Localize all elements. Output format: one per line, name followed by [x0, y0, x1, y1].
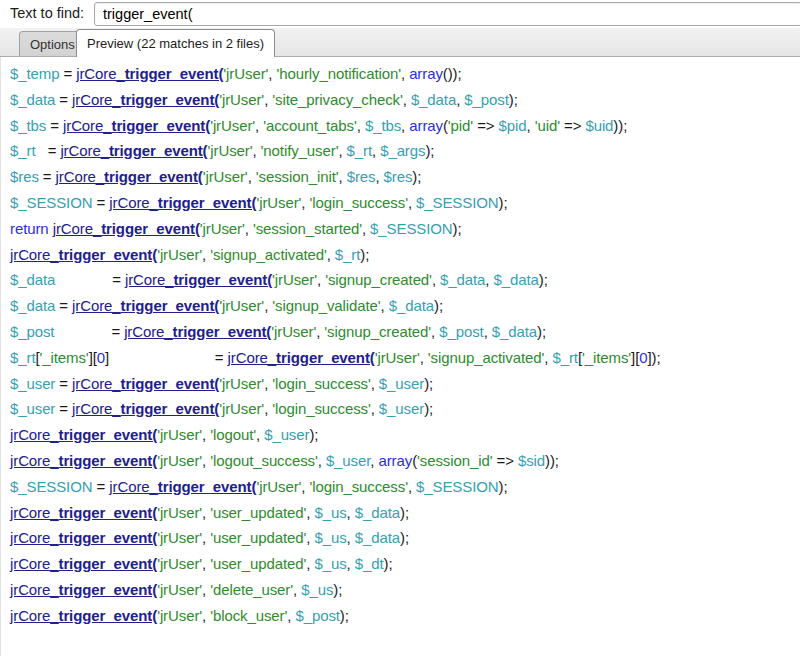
code-token: );: [539, 271, 548, 288]
match-link[interactable]: jrCore_: [76, 65, 124, 82]
match-link[interactable]: jrCore_: [56, 168, 104, 185]
match-link[interactable]: jrCore_: [72, 297, 120, 314]
code-token: ));: [545, 452, 559, 469]
match-link[interactable]: trigger_event(: [58, 426, 157, 443]
code-token: $uid: [585, 117, 613, 134]
code-token: 'jrUser': [256, 478, 301, 495]
match-link[interactable]: trigger_event(: [121, 91, 220, 108]
find-input[interactable]: [94, 2, 800, 26]
code-token: 'user_updated': [210, 504, 306, 521]
code-line[interactable]: $_rt['_items'][0] = jrCore_trigger_event…: [10, 345, 800, 371]
code-token: );: [453, 220, 462, 237]
code-line[interactable]: $_data = jrCore_trigger_event('jrUser', …: [10, 293, 800, 319]
match-link[interactable]: jrCore_: [72, 91, 120, 108]
code-line[interactable]: $_data = jrCore_trigger_event('jrUser', …: [10, 87, 800, 113]
code-line[interactable]: $_tbs = jrCore_trigger_event('jrUser', '…: [10, 113, 800, 139]
code-token: 'jrUser': [203, 168, 248, 185]
match-link[interactable]: trigger_event(: [121, 400, 220, 417]
match-link[interactable]: jrCore_: [63, 117, 111, 134]
code-token: 'jrUser': [219, 400, 264, 417]
match-link[interactable]: trigger_event(: [173, 271, 272, 288]
match-link[interactable]: jrCore_: [228, 349, 276, 366]
match-link[interactable]: jrCore_: [10, 426, 58, 443]
code-token: $_us: [314, 529, 346, 546]
code-line[interactable]: jrCore_trigger_event('jrUser', 'user_upd…: [10, 551, 800, 577]
tab-preview[interactable]: Preview (22 matches in 2 files): [76, 29, 275, 57]
code-line[interactable]: jrCore_trigger_event('jrUser', 'block_us…: [10, 603, 800, 629]
match-link[interactable]: trigger_event(: [58, 581, 157, 598]
match-link[interactable]: jrCore_: [10, 581, 58, 598]
code-token: ,: [401, 65, 409, 82]
code-line[interactable]: jrCore_trigger_event('jrUser', 'logout',…: [10, 422, 800, 448]
match-link[interactable]: jrCore_: [125, 271, 173, 288]
code-line[interactable]: $_user = jrCore_trigger_event('jrUser', …: [10, 371, 800, 397]
code-line[interactable]: jrCore_trigger_event('jrUser', 'delete_u…: [10, 577, 800, 603]
code-token: =: [35, 142, 60, 159]
match-link[interactable]: jrCore_: [10, 452, 58, 469]
code-line[interactable]: $res = jrCore_trigger_event('jrUser', 's…: [10, 164, 800, 190]
code-token: $_us: [301, 581, 333, 598]
code-token: 'jrUser': [157, 581, 202, 598]
match-link[interactable]: jrCore_: [10, 555, 58, 572]
match-link[interactable]: jrCore_: [10, 246, 58, 263]
match-link[interactable]: jrCore_: [124, 323, 172, 340]
code-token: 'session_started': [253, 220, 362, 237]
match-link[interactable]: trigger_event(: [111, 117, 210, 134]
match-link[interactable]: trigger_event(: [58, 607, 157, 624]
match-link[interactable]: trigger_event(: [158, 478, 257, 495]
match-link[interactable]: trigger_event(: [58, 452, 157, 469]
match-link[interactable]: trigger_event(: [58, 504, 157, 521]
match-link[interactable]: jrCore_: [109, 478, 157, 495]
code-line[interactable]: $_temp = jrCore_trigger_event('jrUser', …: [10, 61, 800, 87]
code-token: array: [409, 117, 443, 134]
match-link[interactable]: trigger_event(: [101, 220, 200, 237]
match-link[interactable]: jrCore_: [72, 375, 120, 392]
code-line[interactable]: return jrCore_trigger_event('jrUser', 's…: [10, 216, 800, 242]
match-link[interactable]: trigger_event(: [109, 142, 208, 159]
code-token: 'signup_activated': [428, 349, 545, 366]
match-link[interactable]: trigger_event(: [125, 65, 224, 82]
match-link[interactable]: trigger_event(: [121, 375, 220, 392]
match-link[interactable]: jrCore_: [72, 400, 120, 417]
code-line[interactable]: $_SESSION = jrCore_trigger_event('jrUser…: [10, 190, 800, 216]
match-link[interactable]: jrCore_: [109, 194, 157, 211]
code-line[interactable]: $_data = jrCore_trigger_event('jrUser', …: [10, 267, 800, 293]
code-token: $_data: [355, 504, 400, 521]
code-token: $_tbs: [10, 117, 46, 134]
code-token: 'jrUser': [210, 117, 255, 134]
match-link[interactable]: jrCore_: [60, 142, 108, 159]
code-token: );: [400, 504, 409, 521]
match-link[interactable]: trigger_event(: [58, 529, 157, 546]
code-line[interactable]: $_user = jrCore_trigger_event('jrUser', …: [10, 396, 800, 422]
code-token: ,: [408, 478, 416, 495]
code-token: =>: [473, 117, 498, 134]
match-link[interactable]: trigger_event(: [276, 349, 375, 366]
match-link[interactable]: trigger_event(: [173, 323, 272, 340]
code-token: ,: [339, 168, 347, 185]
code-token: ,: [432, 271, 440, 288]
code-line[interactable]: jrCore_trigger_event('jrUser', 'signup_a…: [10, 242, 800, 268]
code-line[interactable]: jrCore_trigger_event('jrUser', 'user_upd…: [10, 525, 800, 551]
match-link[interactable]: trigger_event(: [58, 246, 157, 263]
code-line[interactable]: $_SESSION = jrCore_trigger_event('jrUser…: [10, 474, 800, 500]
code-token: );: [499, 478, 508, 495]
code-token: ,: [431, 323, 439, 340]
code-line[interactable]: jrCore_trigger_event('jrUser', 'logout_s…: [10, 448, 800, 474]
code-token: ][: [89, 349, 97, 366]
match-link[interactable]: trigger_event(: [58, 555, 157, 572]
match-link[interactable]: trigger_event(: [104, 168, 203, 185]
code-token: ,: [202, 504, 210, 521]
match-link[interactable]: jrCore_: [10, 607, 58, 624]
code-line[interactable]: jrCore_trigger_event('jrUser', 'user_upd…: [10, 500, 800, 526]
code-line[interactable]: $_post = jrCore_trigger_event('jrUser', …: [10, 319, 800, 345]
code-line[interactable]: $_rt = jrCore_trigger_event('jrUser', 'n…: [10, 138, 800, 164]
match-link[interactable]: trigger_event(: [121, 297, 220, 314]
match-link[interactable]: jrCore_: [10, 529, 58, 546]
code-token: $_rt: [10, 349, 35, 366]
code-token: 'jrUser': [271, 323, 316, 340]
match-link[interactable]: trigger_event(: [158, 194, 257, 211]
code-token: $res: [384, 168, 413, 185]
code-token: );: [537, 323, 546, 340]
match-link[interactable]: jrCore_: [53, 220, 101, 237]
match-link[interactable]: jrCore_: [10, 504, 58, 521]
